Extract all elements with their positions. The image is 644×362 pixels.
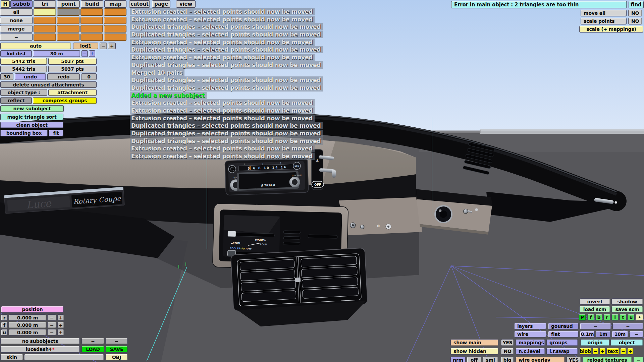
menu-item-page[interactable]: page [152, 0, 170, 8]
selection-grid-cell[interactable] [104, 34, 126, 41]
origin-button[interactable]: origin [581, 339, 609, 346]
range-01m-button[interactable]: 0.1m [580, 331, 595, 338]
range-1m-button[interactable]: 1m [596, 331, 611, 338]
compress-groups-button[interactable]: compress groups [33, 97, 97, 104]
select-none-button[interactable]: none [0, 17, 33, 24]
flag-t-button[interactable]: t [620, 314, 627, 321]
flag-u-button[interactable]: u [628, 314, 635, 321]
lod-minus-button[interactable]: − [100, 43, 107, 49]
select-merge-button[interactable]: merge [0, 25, 33, 33]
selection-grid-cell[interactable] [57, 8, 79, 16]
flag-p-button[interactable]: P [579, 314, 586, 321]
menu-item-build[interactable]: build [81, 0, 103, 8]
flag-dot-button[interactable]: • [636, 314, 643, 321]
axis-f-minus-button[interactable]: − [47, 322, 56, 328]
flag-r-button[interactable]: r [603, 314, 610, 321]
auto-lod-button[interactable]: auto [0, 43, 71, 49]
blob-plus-button[interactable]: + [599, 348, 605, 355]
skin-button[interactable]: skin [0, 354, 23, 360]
object-type-value[interactable]: attachment [48, 89, 97, 96]
scale-points-button[interactable]: scale points [581, 18, 627, 24]
layers-dash2-button[interactable]: − [612, 323, 643, 329]
flag-l-button[interactable]: l [611, 314, 619, 321]
save-scm-button[interactable]: save scm [611, 306, 643, 312]
wire-button[interactable]: wire [514, 331, 546, 338]
axis-r-minus-button[interactable]: − [47, 314, 56, 321]
wire-overlay-toggle[interactable]: YES [567, 357, 581, 362]
lod-plus-button[interactable]: + [108, 43, 116, 49]
range-dash-button[interactable]: − [630, 331, 643, 338]
selection-grid-cell[interactable] [34, 8, 56, 16]
selection-grid-cell[interactable] [104, 8, 126, 16]
clean-object-button[interactable]: clean object [0, 122, 63, 128]
filename-field[interactable]: lucedash4* [0, 346, 80, 353]
blob-minus-button[interactable]: − [592, 348, 598, 355]
text-plus-button[interactable]: + [627, 348, 633, 355]
obj-export-button[interactable]: OBJ [105, 354, 128, 360]
menu-item-subob[interactable]: subob [10, 0, 33, 8]
axis-u-minus-button[interactable]: − [47, 329, 56, 336]
flag-b-button[interactable]: b [595, 314, 602, 321]
nc-level-button[interactable]: n.c.level [516, 348, 545, 355]
selection-grid-cell[interactable] [80, 17, 103, 24]
find-button[interactable]: find [629, 1, 644, 8]
lod-dist-minus-button[interactable]: − [82, 50, 88, 57]
selection-grid-cell[interactable] [34, 25, 56, 33]
menu-item-point[interactable]: point [57, 0, 80, 8]
selection-grid-cell[interactable] [57, 25, 79, 33]
text-minus-button[interactable]: − [620, 348, 626, 355]
axis-f-plus-button[interactable]: + [57, 322, 64, 328]
selection-grid-cell[interactable] [34, 34, 56, 41]
selection-grid-cell[interactable] [34, 17, 56, 24]
menu-item-map[interactable]: map [104, 0, 126, 8]
nrm-off-button[interactable]: off [467, 357, 481, 362]
groups-button[interactable]: groups [546, 339, 578, 346]
bounding-box-fit-button[interactable]: fit [49, 130, 63, 136]
range-10m-button[interactable]: 10m [612, 331, 628, 338]
lod-dist-plus-button[interactable]: + [89, 50, 95, 57]
reflect-button[interactable]: reflect [0, 97, 32, 104]
selection-grid-cell[interactable] [80, 8, 103, 16]
selection-grid-cell[interactable] [80, 25, 103, 33]
skin-field[interactable] [24, 354, 104, 360]
gouraud-button[interactable]: gouraud [548, 323, 579, 329]
redo-button[interactable]: redo [47, 73, 80, 80]
delete-unused-attachments-button[interactable]: delete unused attachments [0, 81, 97, 88]
subobject-prev-button[interactable]: − [82, 338, 104, 344]
select-minus-button[interactable]: − [0, 34, 33, 41]
magic-triangle-sort-button[interactable]: magic triangle sort [0, 114, 63, 120]
text-button[interactable]: text [606, 348, 619, 355]
load-scm-button[interactable]: load scm [579, 306, 610, 312]
show-main-button[interactable]: show main [450, 339, 498, 346]
save-button[interactable]: SAVE [105, 346, 128, 353]
bounding-box-button[interactable]: bounding box [0, 130, 48, 136]
axis-u-value[interactable]: 0.000 m [9, 329, 46, 336]
undo-button[interactable]: undo [15, 73, 46, 80]
axis-r-plus-button[interactable]: + [57, 314, 64, 321]
select-all-button[interactable]: all [0, 8, 33, 16]
invert-button[interactable]: invert [580, 298, 610, 305]
scale-mappings-button[interactable]: scale (+ mappings) [579, 26, 643, 33]
selection-grid-cell[interactable] [57, 34, 79, 41]
mappings-button[interactable]: mappings [516, 339, 545, 346]
wire-overlay-button[interactable]: wire overlay [516, 357, 565, 362]
move-all-button[interactable]: move all [581, 10, 627, 16]
show-hidden-button[interactable]: show hidden [450, 348, 498, 355]
layers-button[interactable]: layers [514, 323, 546, 329]
axis-u-plus-button[interactable]: + [57, 329, 64, 336]
axis-f-value[interactable]: 0.000 m [9, 322, 46, 328]
menu-item-tri[interactable]: tri [34, 0, 56, 8]
menu-item-cutout[interactable]: cutout [129, 0, 150, 8]
lr-swap-button[interactable]: l.r.swap [546, 348, 578, 355]
subobject-next-button[interactable]: − [105, 338, 128, 344]
show-hidden-toggle[interactable]: NO [501, 348, 514, 355]
reload-dash-button[interactable]: − [633, 357, 644, 362]
new-subobject-button[interactable]: new subobject [0, 105, 64, 112]
nrm-sml-button[interactable]: sml [483, 357, 498, 362]
flat-button[interactable]: flat [548, 331, 579, 338]
nrm-button[interactable]: nrm [450, 357, 466, 362]
selection-grid-cell[interactable] [104, 25, 126, 33]
reload-textures-button[interactable]: reload textures [582, 357, 632, 362]
blob-button[interactable]: blob [579, 348, 591, 355]
selection-grid-cell[interactable] [104, 17, 126, 24]
